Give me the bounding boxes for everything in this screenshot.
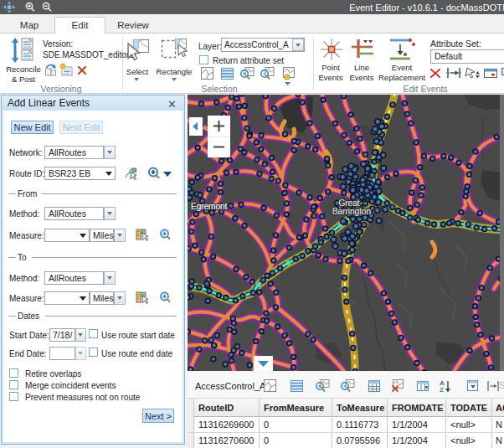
svg-text:Egremont: Egremont bbox=[191, 202, 228, 211]
svg-text:Z: Z bbox=[440, 386, 444, 394]
svg-text:Barrington: Barrington bbox=[332, 207, 371, 216]
